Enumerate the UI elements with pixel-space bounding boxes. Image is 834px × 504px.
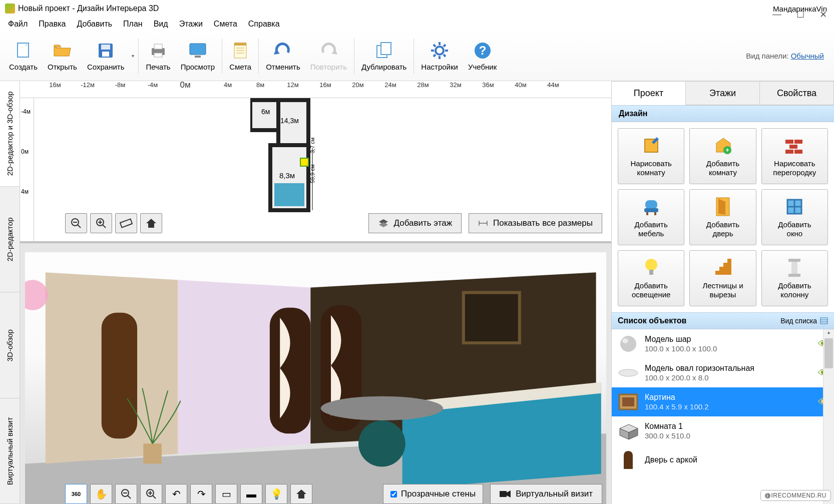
- object-item[interactable]: Картина100.4 x 5.9 x 100.2 👁: [612, 387, 834, 416]
- stairs-button[interactable]: Лестницы ивырезы: [689, 250, 756, 306]
- minimize-icon[interactable]: —: [772, 9, 781, 20]
- svg-rect-75: [794, 150, 802, 154]
- zoom-in-button[interactable]: [90, 213, 112, 233]
- maximize-icon[interactable]: ☐: [796, 9, 804, 20]
- scroll-up-icon[interactable]: ▴: [823, 329, 834, 338]
- estimate-button[interactable]: Смета: [224, 36, 256, 76]
- svg-rect-15: [381, 43, 391, 55]
- rtab-properties[interactable]: Свойства: [760, 81, 834, 105]
- measure-button[interactable]: [115, 213, 137, 233]
- svg-rect-86: [788, 259, 800, 262]
- zoom-in-3d-button[interactable]: [140, 484, 162, 504]
- menu-edit[interactable]: Правка: [34, 18, 71, 30]
- add-room-button[interactable]: +Добавитькомнату: [689, 128, 756, 184]
- list-mode-toggle[interactable]: Вид списка: [780, 317, 828, 325]
- objects-header: Список объектов Вид списка: [612, 312, 834, 329]
- svg-point-94: [619, 369, 638, 376]
- menu-view[interactable]: Вид: [149, 18, 173, 30]
- objects-scrollbar[interactable]: ▴ ▾: [823, 329, 834, 504]
- rotate-right-button[interactable]: ↷: [190, 484, 212, 504]
- svg-point-93: [622, 338, 628, 343]
- sidetab-3d[interactable]: 3D-обзор: [0, 293, 20, 398]
- zoom-out-3d-button[interactable]: [115, 484, 137, 504]
- svg-rect-58: [143, 443, 162, 463]
- rtab-floors[interactable]: Этажи: [686, 81, 760, 105]
- svg-rect-51: [270, 308, 310, 434]
- add-door-button[interactable]: Добавитьдверь: [689, 189, 756, 245]
- view-3d-tools: 360 ✋ ↶ ↷ ▭ ▬ 💡: [65, 484, 312, 504]
- home-3d-button[interactable]: [290, 484, 312, 504]
- undo-icon: [273, 41, 293, 61]
- add-floor-button[interactable]: Добавить этаж: [368, 213, 462, 233]
- menu-floors[interactable]: Этажи: [174, 18, 208, 30]
- home-button[interactable]: [140, 213, 162, 233]
- bricks-icon: [784, 135, 805, 156]
- save-button[interactable]: Сохранить: [82, 36, 130, 76]
- add-window-button[interactable]: Добавитьокно: [761, 189, 828, 245]
- pan-button[interactable]: ✋: [90, 484, 112, 504]
- undo-button[interactable]: Отменить: [261, 36, 305, 76]
- virtual-visit-button[interactable]: Виртуальный визит: [490, 484, 602, 504]
- add-lighting-button[interactable]: Добавитьосвещение: [618, 250, 684, 306]
- sphere-icon: [618, 333, 639, 354]
- zoom-out-button[interactable]: [65, 213, 87, 233]
- sidetab-2d3d[interactable]: 2D-редактор и 3D-обзор: [0, 81, 20, 187]
- svg-rect-6: [154, 53, 162, 57]
- open-button[interactable]: Открыть: [43, 36, 82, 76]
- show-dimensions-button[interactable]: Показывать все размеры: [469, 213, 602, 233]
- settings-button[interactable]: Настройки: [416, 36, 463, 76]
- walls-down-button[interactable]: ▬: [240, 484, 262, 504]
- svg-rect-85: [649, 270, 653, 275]
- svg-point-59: [25, 280, 48, 310]
- light-toggle-button[interactable]: 💡: [265, 484, 287, 504]
- floor-plan[interactable]: 6м 14,3м 8,3м 59,9 cм 3,7 cм: [250, 98, 330, 213]
- menu-help[interactable]: Справка: [243, 18, 285, 30]
- object-item[interactable]: Модель овал горизонтальная100.0 x 200.0 …: [612, 358, 834, 387]
- print-icon: [148, 41, 168, 61]
- save-dropdown[interactable]: ▾: [129, 53, 136, 59]
- window-icon: [784, 196, 805, 217]
- object-item[interactable]: Дверь с аркой: [612, 445, 834, 474]
- preview-button[interactable]: Просмотр: [176, 36, 220, 76]
- duplicate-button[interactable]: Дублировать: [356, 36, 411, 76]
- svg-rect-76: [645, 200, 657, 209]
- orbit-360-button[interactable]: 360: [65, 484, 87, 504]
- scroll-thumb[interactable]: [824, 338, 833, 368]
- menu-plan[interactable]: План: [118, 18, 148, 30]
- view-3d[interactable]: 360 ✋ ↶ ↷ ▭ ▬ 💡 Прозрачные стены Виртуал…: [20, 243, 611, 504]
- svg-rect-5: [154, 44, 162, 49]
- menu-add[interactable]: Добавить: [72, 18, 117, 30]
- gear-icon: [430, 41, 450, 61]
- add-column-button[interactable]: Добавитьколонну: [761, 250, 828, 306]
- object-item[interactable]: Комната 1300.0 x 510.0: [612, 416, 834, 445]
- menu-file[interactable]: Файл: [3, 18, 33, 30]
- svg-rect-67: [500, 491, 507, 497]
- close-icon[interactable]: ✕: [819, 9, 827, 20]
- create-button[interactable]: Создать: [4, 36, 43, 76]
- draw-partition-button[interactable]: Нарисоватьперегородку: [761, 128, 828, 184]
- transparent-walls-checkbox[interactable]: Прозрачные стены: [383, 484, 483, 504]
- layers-icon: [378, 218, 389, 228]
- room-area-1: 6м: [261, 108, 270, 116]
- tutorial-button[interactable]: ?Учебник: [463, 36, 502, 76]
- menu-estimate[interactable]: Смета: [209, 18, 242, 30]
- window-title: Новый проект - Дизайн Интерьера 3D: [18, 4, 773, 13]
- object-item[interactable]: Модель шар100.0 x 100.0 x 100.0 👁: [612, 329, 834, 358]
- svg-point-84: [645, 259, 657, 271]
- sidetab-virtual[interactable]: Виртуальный визит: [0, 398, 20, 504]
- print-button[interactable]: Печать: [141, 36, 175, 76]
- svg-rect-42: [120, 219, 132, 228]
- redo-button[interactable]: Повторить: [305, 36, 352, 76]
- svg-text:59,9 cм: 59,9 cм: [309, 164, 315, 183]
- rtab-project[interactable]: Проект: [612, 81, 686, 105]
- add-furniture-button[interactable]: Добавитьмебель: [618, 189, 684, 245]
- sidetab-2d[interactable]: 2D-редактор: [0, 187, 20, 292]
- draw-room-button[interactable]: Нарисоватькомнату: [618, 128, 684, 184]
- walls-up-button[interactable]: ▭: [215, 484, 237, 504]
- panel-view-link[interactable]: Обычный: [791, 52, 824, 60]
- rotate-left-button[interactable]: ↶: [165, 484, 187, 504]
- window-controls: — ☐ ✕: [768, 9, 831, 20]
- stairs-icon: [712, 257, 733, 278]
- plan-2d-view[interactable]: -4м 0м 4м 6м 14,3м 8,3м 59,9 cм 3,7 cм: [20, 98, 611, 243]
- svg-rect-3: [102, 52, 109, 57]
